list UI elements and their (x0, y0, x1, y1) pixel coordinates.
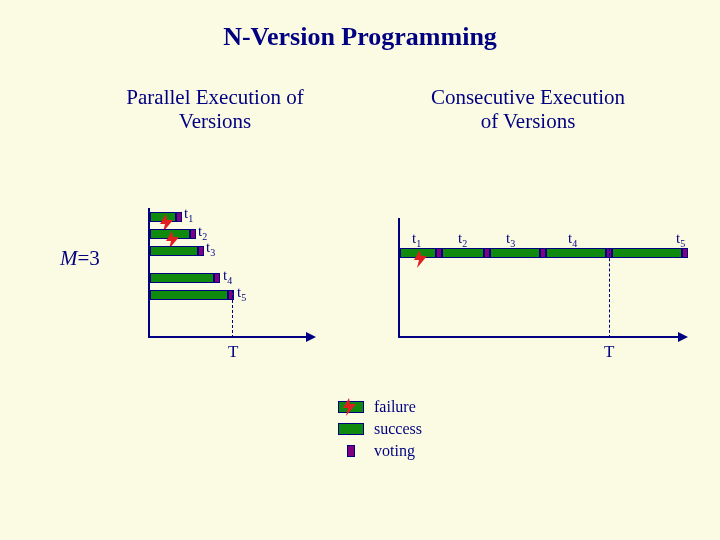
page-title: N-Version Programming (0, 0, 720, 52)
left-subtitle-line1: Parallel Execution of (126, 85, 303, 109)
dashed-line-c (609, 248, 610, 338)
legend-success-box (338, 423, 364, 435)
svg-marker-2 (414, 250, 427, 268)
vote-t3 (198, 246, 204, 256)
task-bar-t3 (150, 246, 198, 256)
seg-t4 (546, 248, 606, 258)
seg-t5 (612, 248, 682, 258)
x-axis (398, 336, 680, 338)
left-subtitle: Parallel Execution of Versions (105, 85, 325, 133)
task-bar-t4 (150, 273, 214, 283)
legend-success: success (338, 420, 422, 438)
t1-label: t1 (184, 205, 193, 224)
vote-t1 (176, 212, 182, 222)
t4-label: t4 (223, 267, 232, 286)
T-label-right: T (604, 342, 614, 362)
t4-label-c: t4 (568, 230, 577, 249)
seg-t3 (490, 248, 540, 258)
T-label-left: T (228, 342, 238, 362)
right-subtitle: Consecutive Execution of Versions (408, 85, 648, 133)
bolt-icon (343, 398, 357, 416)
seg-t2 (442, 248, 484, 258)
dashed-line (232, 290, 233, 338)
legend-failure: failure (338, 398, 422, 416)
t3-label-c: t3 (506, 230, 515, 249)
vote-c5 (682, 248, 688, 258)
right-subtitle-line2: of Versions (481, 109, 576, 133)
m-value: =3 (78, 246, 100, 270)
vote-t2 (190, 229, 196, 239)
vote-t5 (228, 290, 234, 300)
m-var: M (60, 246, 78, 270)
t1-label-c: t1 (412, 230, 421, 249)
right-subtitle-line1: Consecutive Execution (431, 85, 625, 109)
x-arrow-icon (678, 332, 688, 342)
t5-label-c: t5 (676, 230, 685, 249)
legend-success-label: success (374, 420, 422, 438)
y-axis (398, 218, 400, 338)
left-subtitle-line2: Versions (179, 109, 251, 133)
legend-failure-box (338, 401, 364, 413)
legend-voting-box (347, 445, 355, 457)
svg-marker-3 (343, 398, 356, 416)
legend: failure success voting (338, 398, 422, 464)
legend-voting: voting (338, 442, 422, 460)
task-bar-t5 (150, 290, 228, 300)
t3-label: t3 (206, 239, 215, 258)
vote-t4 (214, 273, 220, 283)
t2-label-c: t2 (458, 230, 467, 249)
parallel-diagram: t1 t2 t3 t4 t5 T (148, 208, 318, 358)
x-arrow-icon (306, 332, 316, 342)
m-label: M=3 (60, 246, 100, 271)
t5-label: t5 (237, 284, 246, 303)
legend-voting-label: voting (374, 442, 415, 460)
consecutive-diagram: t1 t2 t3 t4 t5 T (398, 218, 698, 358)
x-axis (148, 336, 308, 338)
bolt-icon (414, 250, 428, 268)
legend-failure-label: failure (374, 398, 416, 416)
